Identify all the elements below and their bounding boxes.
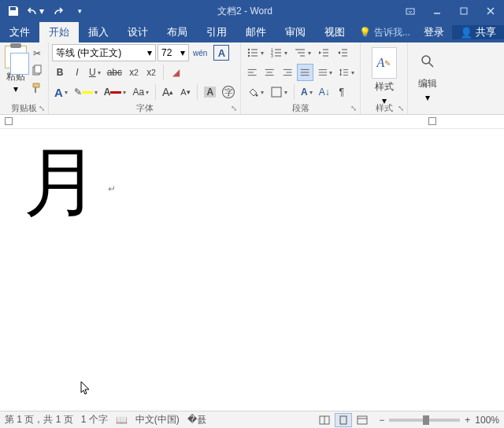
view-buttons — [316, 413, 371, 427]
tab-layout[interactable]: 布局 — [158, 22, 197, 42]
show-marks-button[interactable]: ¶ — [334, 83, 350, 101]
qat-customize-button[interactable]: ▾ — [69, 2, 90, 20]
zoom-control: − + 100% — [379, 415, 499, 426]
shrink-font-button[interactable]: A▾ — [177, 83, 193, 101]
align-left-button[interactable] — [244, 64, 260, 81]
close-button[interactable] — [477, 0, 504, 22]
align-right-button[interactable] — [280, 64, 295, 81]
phonetic-guide-button[interactable]: wén — [191, 44, 209, 61]
distribute-button[interactable]: ▾ — [315, 64, 335, 81]
zoom-in-button[interactable]: + — [465, 415, 470, 426]
tab-design[interactable]: 设计 — [118, 22, 158, 42]
underline-button[interactable]: U▾ — [87, 64, 103, 81]
redo-button[interactable] — [47, 2, 68, 20]
highlight-button[interactable]: ✎▾ — [72, 83, 100, 101]
minimize-button[interactable] — [424, 0, 450, 22]
tab-review[interactable]: 审阅 — [276, 22, 315, 42]
phonetic-label: wén — [193, 49, 207, 57]
cut-button[interactable]: ✂ — [28, 46, 46, 61]
subscript-button[interactable]: x2 — [126, 64, 142, 81]
superscript-button[interactable]: x2 — [143, 64, 159, 81]
font-size-combo[interactable]: 72▾ — [158, 44, 189, 61]
strikethrough-button[interactable]: abc — [105, 64, 124, 81]
tab-mailings[interactable]: 邮件 — [236, 22, 276, 42]
format-painter-button[interactable] — [28, 80, 46, 96]
ruler[interactable] — [0, 115, 504, 129]
grow-font-button[interactable]: A▴ — [160, 83, 176, 101]
tab-references[interactable]: 引用 — [197, 22, 236, 42]
zoom-value[interactable]: 100% — [475, 415, 499, 426]
italic-button[interactable]: I — [69, 64, 85, 81]
tell-me[interactable]: 💡告诉我... — [354, 22, 415, 42]
status-words[interactable]: 1 个字 — [81, 413, 108, 426]
tab-view[interactable]: 视图 — [315, 22, 354, 42]
grow-font-icon: A — [162, 86, 169, 98]
maximize-button[interactable] — [450, 0, 477, 22]
paste-button[interactable]: 粘贴 ▾ — [3, 44, 28, 96]
status-page[interactable]: 第 1 页，共 1 页 — [5, 413, 73, 426]
font-color-button[interactable]: A▾ — [102, 83, 129, 101]
find-button[interactable] — [417, 47, 438, 76]
borders-button[interactable]: ▾ — [268, 83, 290, 101]
multilevel-button[interactable]: ▾ — [291, 44, 313, 61]
clear-formatting-button[interactable]: ◢ — [168, 64, 183, 81]
ruler-right-margin[interactable] — [428, 117, 436, 125]
bullets-icon — [246, 46, 259, 59]
copy-button[interactable] — [28, 63, 46, 79]
eraser-icon: ◢ — [172, 67, 180, 78]
status-language[interactable]: 中文(中国) — [135, 413, 180, 426]
align-center-button[interactable] — [261, 64, 277, 81]
tab-insert[interactable]: 插入 — [79, 22, 118, 42]
indent-icon — [336, 46, 349, 59]
font-launcher[interactable]: ⤡ — [229, 103, 239, 113]
ribbon-options-button[interactable] — [397, 0, 424, 22]
bold-icon: B — [57, 67, 64, 78]
char-shading-button[interactable]: A — [202, 83, 218, 101]
share-button[interactable]: 👤共享 — [452, 25, 504, 39]
text-effects-button[interactable]: A▾ — [52, 83, 70, 101]
lightbulb-icon: 💡 — [359, 27, 371, 38]
font-name-combo[interactable]: 等线 (中文正文)▾ — [52, 44, 156, 61]
print-layout-button[interactable] — [335, 413, 352, 427]
change-case-button[interactable]: Aa▾ — [130, 83, 151, 101]
styles-gallery-button[interactable]: A ✎ — [372, 47, 397, 79]
mouse-cursor-icon — [80, 381, 91, 395]
justify-button[interactable] — [297, 64, 313, 81]
document-text[interactable]: 月 — [24, 140, 99, 224]
spellcheck-icon[interactable]: 📖 — [116, 415, 128, 426]
signin-button[interactable]: 登录 — [416, 25, 452, 39]
svg-rect-51 — [340, 416, 346, 424]
accessibility-icon[interactable]: �푨 — [187, 413, 206, 426]
bold-button[interactable]: B — [52, 64, 68, 81]
zoom-out-button[interactable]: − — [379, 415, 384, 426]
outdent-icon — [317, 46, 330, 59]
read-mode-button[interactable] — [316, 413, 333, 427]
asian-layout-button[interactable]: A▾ — [298, 83, 315, 101]
char-border-button[interactable]: A — [211, 44, 232, 61]
bullets-button[interactable]: ▾ — [244, 44, 266, 61]
svg-rect-46 — [272, 87, 281, 97]
line-spacing-button[interactable]: ▾ — [336, 64, 357, 81]
ruler-left-margin[interactable] — [5, 117, 13, 125]
sort-button[interactable]: A↓ — [317, 83, 332, 101]
decrease-indent-button[interactable] — [315, 44, 332, 61]
document-area[interactable]: 月 ↵ — [0, 129, 504, 420]
share-icon: 👤 — [460, 27, 472, 39]
save-button[interactable] — [3, 2, 24, 20]
share-label: 共享 — [476, 25, 496, 39]
separator — [294, 84, 295, 100]
zoom-thumb[interactable] — [423, 415, 429, 425]
paragraph-launcher[interactable]: ⤡ — [349, 103, 358, 113]
increase-indent-button[interactable] — [334, 44, 351, 61]
numbering-button[interactable]: 123▾ — [268, 44, 290, 61]
zoom-slider[interactable] — [389, 419, 460, 422]
styles-launcher[interactable]: ⤡ — [396, 103, 406, 113]
shading-button[interactable]: ▾ — [244, 83, 266, 101]
undo-button[interactable]: ▾ — [25, 2, 46, 20]
clipboard-launcher[interactable]: ⤡ — [37, 103, 46, 113]
italic-icon: I — [76, 67, 78, 78]
tab-home[interactable]: 开始 — [39, 22, 79, 42]
enclose-char-button[interactable]: 字 — [220, 83, 237, 101]
tab-file[interactable]: 文件 — [0, 22, 39, 42]
web-layout-button[interactable] — [354, 413, 371, 427]
